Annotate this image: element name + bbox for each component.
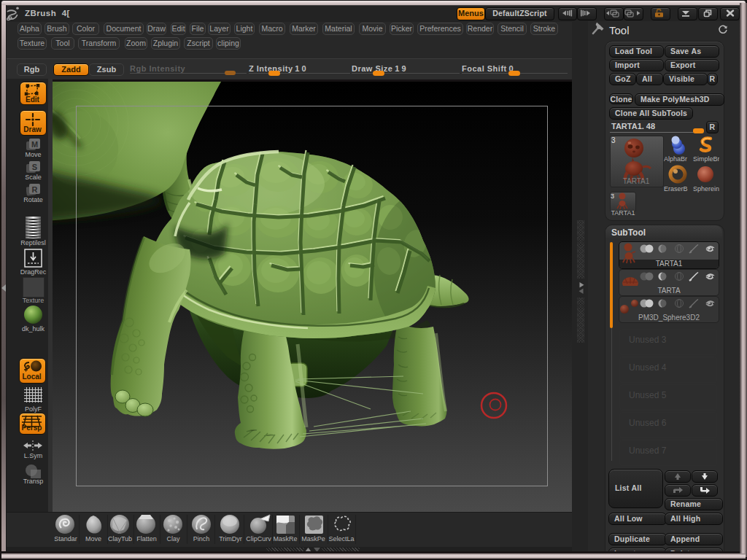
svg-text:S: S (32, 163, 37, 171)
svg-text:R: R (32, 185, 38, 194)
svg-text:M: M (31, 140, 38, 149)
